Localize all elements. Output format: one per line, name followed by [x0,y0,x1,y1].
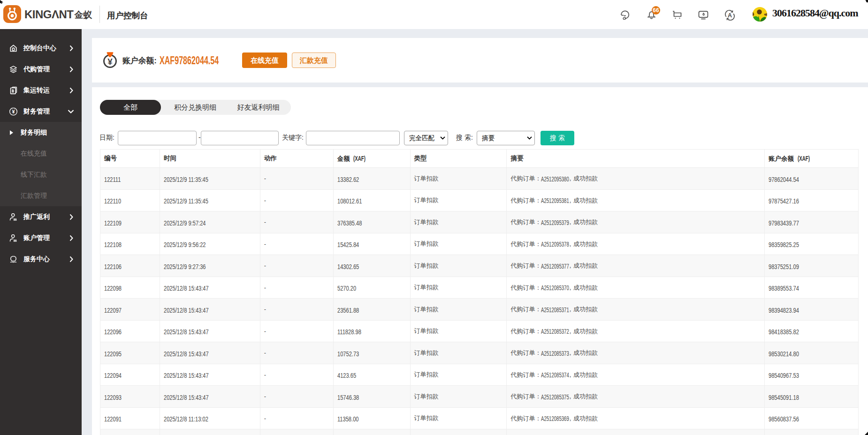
svg-text:¥: ¥ [12,109,15,114]
svg-text:A: A [728,12,732,19]
svg-text:¥: ¥ [107,57,113,67]
